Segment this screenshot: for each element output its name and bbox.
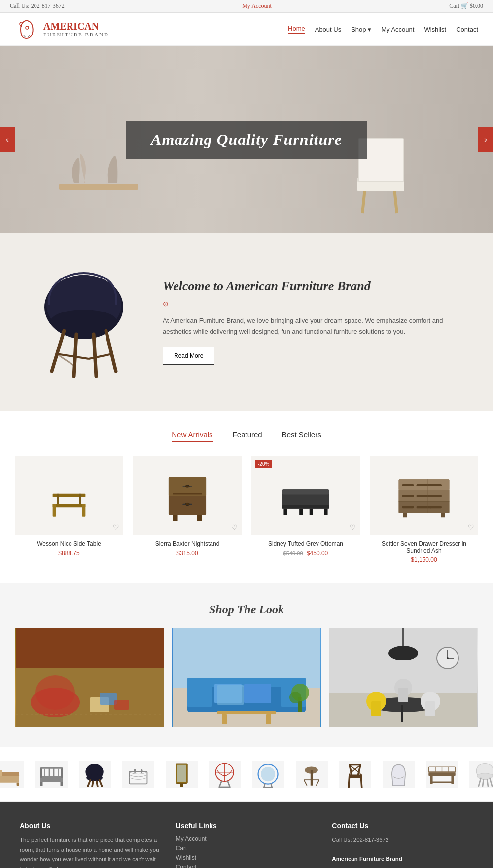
svg-rect-56 [402,494,414,497]
nav-about[interactable]: About Us [315,26,341,33]
svg-line-164 [479,778,481,786]
footer: About Us The perfect furniture is that o… [0,802,493,868]
products-section: New Arrivals Featured Best Sellers ♡ Wes… [0,411,493,583]
category-ghost-chair[interactable] [379,757,418,792]
top-bar: Call Us: 202-817-3672 My Account Cart 🛒 … [0,0,493,13]
svg-rect-106 [0,770,2,776]
category-white-chair[interactable] [466,757,493,792]
look-grid [15,628,478,727]
tab-new-arrivals[interactable]: New Arrivals [172,430,212,442]
category-molded-chair[interactable] [75,757,114,792]
divider-icon: ⊙ [163,300,169,308]
svg-rect-49 [417,494,432,497]
look-item-3[interactable] [329,628,478,727]
category-bench[interactable] [423,757,461,792]
category-storage[interactable] [119,757,157,792]
svg-rect-33 [173,515,177,521]
wishlist-btn-3[interactable]: ♡ [350,523,356,531]
read-more-button[interactable]: Read More [163,347,214,365]
svg-line-122 [100,780,102,787]
hero-prev-button[interactable]: ‹ [0,127,15,152]
footer-link-wishlist[interactable]: Wishlist [176,854,317,861]
product-card: ♡ Sierra Baxter Nightstand $315.00 [133,456,242,563]
look-item-2[interactable] [172,628,321,727]
svg-point-64 [35,675,75,710]
nav-home[interactable]: Home [288,25,305,34]
nav-account[interactable]: My Account [381,26,414,33]
brand-name: AMERICAN [43,21,109,32]
product-image-3[interactable]: -20% ♡ [251,456,360,535]
product-name-2: Sierra Baxter Nightstand [133,540,242,547]
storage-icon [126,764,150,786]
wishlist-btn-4[interactable]: ♡ [468,523,474,531]
category-bar-stool[interactable] [292,757,331,792]
svg-line-121 [97,781,98,787]
nav-wishlist[interactable]: Wishlist [424,26,446,33]
look-item-1[interactable] [15,628,164,727]
svg-rect-79 [217,711,276,714]
nav-contact[interactable]: Contact [456,26,478,33]
product-price-2: $315.00 [133,550,242,556]
svg-line-15 [94,334,96,376]
svg-rect-111 [61,768,63,778]
cart-label: Cart [449,2,459,9]
hero-text-overlay: Amazing Quality Furniture [126,121,367,159]
bed-icon [0,764,22,786]
category-mirror[interactable] [162,757,201,792]
svg-rect-81 [266,714,271,724]
svg-rect-89 [401,705,403,722]
site-header: AMERICAN FURNITURE BRAND Home About Us S… [0,13,493,46]
category-cross-back-chair[interactable] [336,757,374,792]
bench-icon [426,764,458,786]
svg-rect-67 [114,700,129,710]
product-old-price-3: $540.00 [283,550,303,556]
svg-rect-125 [141,769,143,772]
category-iron-bed[interactable] [32,757,70,792]
svg-line-167 [490,778,493,786]
svg-line-138 [271,784,272,787]
svg-rect-23 [79,494,81,504]
product-image-4[interactable]: ♡ [370,456,478,535]
side-table-svg [42,471,96,521]
category-acapulco-chair[interactable] [206,757,244,792]
bar-stool-icon [302,761,321,788]
footer-link-contact[interactable]: Contact [176,864,317,868]
footer-link-account[interactable]: My Account [176,835,317,842]
category-round-chair[interactable] [249,757,287,792]
call-us-text: Call Us: 202-817-3672 [10,2,65,10]
svg-rect-112 [40,767,63,769]
svg-rect-40 [299,509,303,515]
cross-back-chair-icon [345,761,365,788]
acapulco-chair-icon [212,761,237,788]
wishlist-btn-2[interactable]: ♡ [231,523,238,531]
svg-rect-80 [222,714,227,724]
hero-next-button[interactable]: › [478,127,493,152]
tab-featured[interactable]: Featured [233,430,262,442]
ottoman-svg [276,474,335,518]
tab-best-sellers[interactable]: Best Sellers [282,430,321,442]
svg-point-32 [185,503,189,505]
wishlist-btn-1[interactable]: ♡ [113,523,119,531]
welcome-body: At American Furniture Brand, we love bri… [163,315,463,337]
product-image-2[interactable]: ♡ [133,456,242,535]
cart-info: Cart 🛒 $0.00 [449,2,483,10]
svg-rect-77 [244,684,271,703]
category-bed[interactable] [0,757,27,792]
product-name-1: Wesson Nico Side Table [15,540,123,547]
svg-line-143 [304,780,307,786]
svg-rect-108 [40,782,43,785]
footer-link-cart[interactable]: Cart [176,845,317,852]
nav-shop[interactable]: Shop [351,26,371,33]
iron-bed-icon [38,764,65,786]
svg-point-30 [185,485,189,487]
svg-point-96 [388,646,418,660]
svg-point-0 [26,26,29,29]
products-grid: ♡ Wesson Nico Side Table $888.75 [15,456,478,563]
product-image-1[interactable]: ♡ [15,456,123,535]
svg-rect-50 [417,506,432,508]
footer-about-heading: About Us [20,822,161,830]
svg-line-119 [88,780,90,787]
white-chair-icon [473,761,493,788]
my-account-link[interactable]: My Account [242,2,272,10]
svg-rect-107 [40,776,63,782]
